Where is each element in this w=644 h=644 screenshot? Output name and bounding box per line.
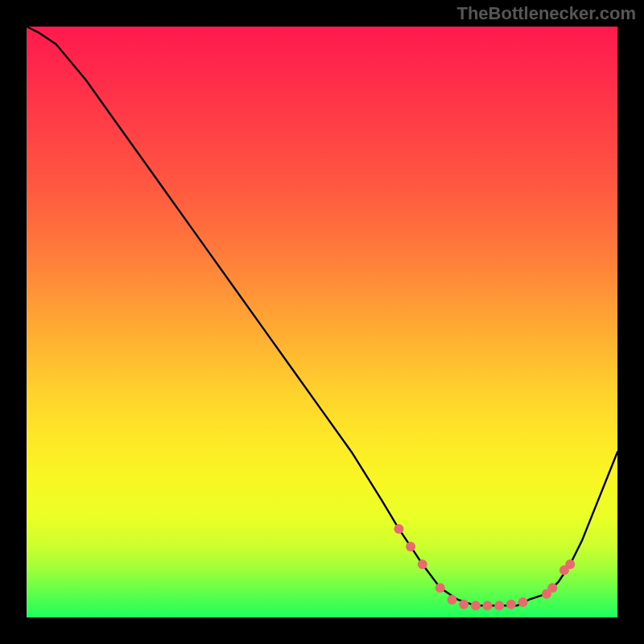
data-marker bbox=[506, 600, 516, 609]
data-marker bbox=[447, 595, 456, 605]
curve-line bbox=[27, 27, 617, 605]
curve-layer bbox=[27, 27, 617, 617]
plot-area bbox=[27, 27, 617, 617]
attribution-text: TheBottlenecker.com bbox=[456, 3, 636, 24]
data-marker bbox=[459, 600, 469, 609]
data-marker bbox=[471, 601, 481, 610]
data-marker bbox=[418, 559, 427, 569]
data-marker bbox=[406, 542, 415, 551]
curve-markers bbox=[394, 524, 575, 610]
data-marker bbox=[565, 559, 575, 569]
chart-frame: TheBottlenecker.com bbox=[0, 0, 644, 644]
data-marker bbox=[494, 601, 504, 610]
data-marker bbox=[547, 583, 557, 592]
data-marker bbox=[436, 583, 445, 592]
data-marker bbox=[483, 601, 493, 610]
data-marker bbox=[394, 524, 403, 534]
data-marker bbox=[518, 597, 528, 607]
